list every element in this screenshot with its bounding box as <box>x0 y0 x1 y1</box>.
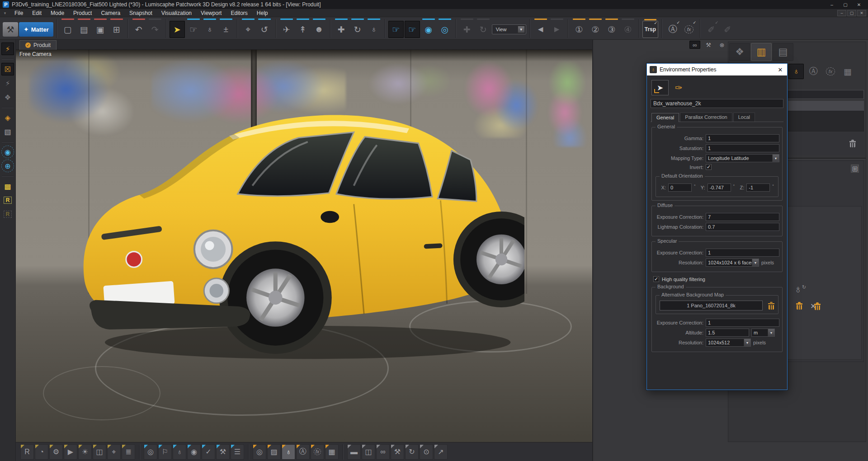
images-editor-button[interactable]: ▨ <box>267 444 281 460</box>
gizmo-hide-button[interactable]: ◎ <box>437 21 453 38</box>
eyedropper-icon[interactable]: ✑ <box>675 82 683 93</box>
library-postprocess-button[interactable]: ▦ <box>840 64 855 79</box>
invert-checkbox[interactable]: ✓ <box>706 164 712 170</box>
background-map-button[interactable]: 1 Pano_16072014_8k <box>660 301 763 310</box>
mdi-close-button[interactable]: ✕ <box>857 10 866 16</box>
snapshot-batch-button[interactable]: ◔ <box>35 444 48 460</box>
high-quality-filtering-checkbox[interactable]: ✓ <box>653 276 659 282</box>
realtime-lighting-button[interactable]: ⚡ <box>1 42 14 55</box>
layers-environment-button[interactable]: ♁ <box>173 444 186 460</box>
config-list-button[interactable]: ☰ <box>231 444 244 460</box>
library-environments-button[interactable]: ♁ <box>788 64 804 79</box>
dialog-close-button[interactable]: ✕ <box>776 66 784 74</box>
lightmap-off-button[interactable]: ☒ <box>1 63 14 75</box>
tab-parallax-correction[interactable]: Parallax Correction <box>680 113 732 122</box>
delete-background-map-icon[interactable] <box>768 302 774 310</box>
menu-mode[interactable]: Mode <box>46 9 69 17</box>
minimize-button[interactable]: – <box>826 1 838 8</box>
mdi-minimize-button[interactable]: – <box>837 10 846 16</box>
toolbox-button[interactable]: ⚒ <box>703 41 714 49</box>
curve-editor-button[interactable]: ↗ <box>434 444 448 460</box>
sensors-editor-button[interactable]: Ⓐ <box>296 444 310 460</box>
dialog-title-bar[interactable]: ♁ Environment Properties ✕ <box>647 64 787 75</box>
camera-animate-button[interactable]: ⌖ <box>241 21 256 38</box>
gamma-field[interactable] <box>706 134 779 142</box>
view-select[interactable]: View▼ <box>492 24 526 34</box>
z-field[interactable] <box>746 183 770 192</box>
background-resolution-select[interactable]: 1024x512 ▼ <box>706 339 751 347</box>
rotate-manipulator-button[interactable]: ↻ <box>350 21 365 38</box>
camera-2-button[interactable]: ② <box>588 21 603 38</box>
postprocess-editor-button[interactable]: ▦ <box>325 444 339 460</box>
layers-materials-button[interactable]: ◎ <box>144 444 157 460</box>
sensors-toggle-button[interactable]: Ⓐ✓ <box>665 21 680 38</box>
layers-validate-button[interactable]: ✓ <box>202 444 215 460</box>
close-panel-button[interactable]: ⊗ <box>717 41 727 49</box>
new-document-button[interactable]: ▢ <box>60 21 75 38</box>
snapshot-config-button[interactable]: ⚙ <box>49 444 63 460</box>
environments-editor-button[interactable]: ♁ <box>282 444 295 460</box>
link-views-button[interactable]: ∞ <box>689 41 700 49</box>
pick-environment-button[interactable]: ➤ <box>651 80 669 95</box>
menu-visualization[interactable]: Visualization <box>157 9 196 17</box>
refresh-view-button[interactable]: ↻ <box>476 21 491 38</box>
tab-database[interactable]: ▤ <box>773 43 793 61</box>
next-view-button[interactable]: ► <box>549 21 565 38</box>
menu-snapshot[interactable]: Snapshot <box>125 9 157 17</box>
diffuse-exposure-field[interactable] <box>706 213 779 221</box>
altitude-field[interactable] <box>706 329 749 337</box>
lightmap-compute-button[interactable]: ⚡ <box>1 77 14 89</box>
transparency-button[interactable]: Trsp✓ <box>642 21 658 38</box>
door-editor-button[interactable]: ◫ <box>362 444 375 460</box>
effects-toggle-button[interactable]: fx✓ <box>681 21 697 38</box>
layers-position-button[interactable]: ⚐ <box>158 444 172 460</box>
menu-editors[interactable]: Editors <box>226 9 252 17</box>
tab-local[interactable]: Local <box>733 113 755 122</box>
config-rules-button[interactable]: ⚒ <box>216 444 230 460</box>
render-image-button[interactable]: R <box>1 194 14 207</box>
settings-wrench-button[interactable]: ⚒ <box>3 22 18 37</box>
lightmap-coloration-field[interactable] <box>706 223 779 231</box>
menu-help[interactable]: Help <box>252 9 273 17</box>
pan-tool-button[interactable]: ☞ <box>186 21 201 38</box>
menu-viewport[interactable]: Viewport <box>196 9 226 17</box>
layers-overlay-button[interactable]: ◉ <box>187 444 201 460</box>
mdi-restore-button[interactable]: ▢ <box>847 10 856 16</box>
delete-unused-environments-icon[interactable]: ✕ <box>810 302 821 310</box>
undo-button[interactable]: ↶ <box>131 21 146 38</box>
target-config-button[interactable]: ⊙ <box>420 444 433 460</box>
render-frame-button[interactable]: ◈ <box>1 111 14 124</box>
environment-sync-icon[interactable]: ♁↻ <box>794 283 806 296</box>
previous-view-button[interactable]: ◄ <box>533 21 548 38</box>
gizmo-visibility-button[interactable]: ◉ <box>421 21 436 38</box>
select-tool-button[interactable]: ➤ <box>170 21 185 38</box>
save-as-button[interactable]: ⊞ <box>109 21 124 38</box>
materials-editor-button[interactable]: ◎ <box>253 444 266 460</box>
turntable-config-button[interactable]: ↻ <box>405 444 419 460</box>
y-field[interactable] <box>708 183 731 192</box>
paint-selected-button[interactable]: ✐ <box>720 21 735 38</box>
fly-mode-button[interactable]: ✈ <box>279 21 294 38</box>
background-exposure-field[interactable] <box>706 319 779 327</box>
altitude-unit-select[interactable]: m ▼ <box>751 329 775 337</box>
camera-3-button[interactable]: ③ <box>604 21 619 38</box>
delete-item-icon[interactable] <box>849 140 856 147</box>
delete-environment-icon[interactable] <box>796 302 802 310</box>
interact-animate-button[interactable]: ☞ <box>405 21 420 38</box>
library-sensors-button[interactable]: Ⓐ <box>806 64 821 79</box>
presentation-button[interactable]: ▧ <box>1 125 14 138</box>
walk-mode-button[interactable]: ↟ <box>295 21 311 38</box>
mapping-type-select[interactable]: Longitude Latitude ▼ <box>706 154 779 162</box>
lighting-button[interactable]: ☀ <box>78 444 92 460</box>
lightmap-batch-button[interactable]: ❖ <box>1 91 14 103</box>
animation-button[interactable]: ◫ <box>93 444 106 460</box>
specular-exposure-field[interactable] <box>706 249 779 257</box>
zoom-tool-button[interactable]: ± <box>218 21 234 38</box>
snapshot-image-button[interactable]: ▩ <box>1 180 14 193</box>
close-button[interactable]: ✕ <box>853 1 865 8</box>
interact-surface-button[interactable]: ☞ <box>388 21 404 38</box>
save-button[interactable]: ▣ <box>93 21 108 38</box>
redo-button[interactable]: ↷ <box>147 21 163 38</box>
tab-favorites[interactable]: ❖ <box>729 43 750 61</box>
grid-view-icon[interactable]: ⊞ <box>851 165 859 173</box>
